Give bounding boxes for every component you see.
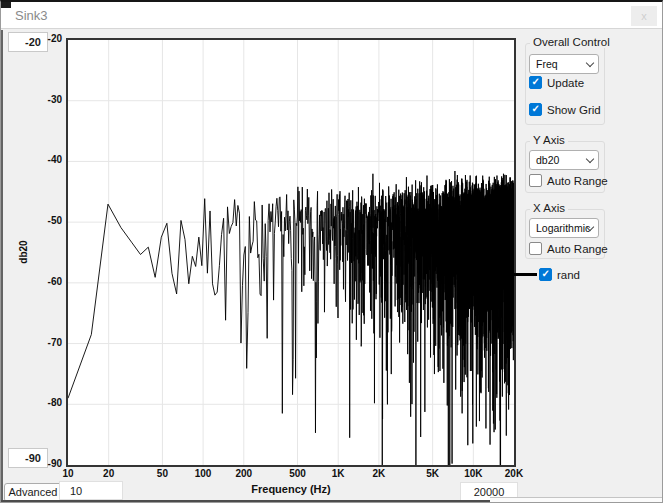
y-auto-range-checkbox[interactable] [529, 174, 542, 187]
x-tick-label: 200 [219, 468, 269, 479]
x-axis-group-label: X Axis [530, 202, 568, 214]
x-tick-label: 2K [354, 468, 404, 479]
y-axis-dropdown[interactable]: db20 [529, 150, 599, 170]
overall-control-group-label: Overall Control [530, 36, 613, 48]
background-window-edge-light [490, 497, 663, 503]
close-button[interactable]: x [631, 6, 657, 26]
update-checkbox-label: Update [547, 77, 584, 89]
y-axis-group-label: Y Axis [530, 134, 568, 146]
plot-area[interactable] [66, 38, 516, 467]
x-axis-dropdown-value: Logarithmic [536, 222, 590, 234]
chevron-down-icon [586, 59, 594, 67]
background-window-corner [1, 2, 11, 8]
show-grid-checkbox-label: Show Grid [547, 104, 601, 116]
show-grid-checkbox[interactable] [529, 103, 542, 116]
x-min-input[interactable] [59, 481, 123, 500]
x-axis-title: Frequency (Hz) [191, 483, 391, 495]
y-tick-label: -40 [1, 154, 62, 165]
spectrum-trace [68, 171, 514, 465]
y-tick-label: -30 [1, 94, 62, 105]
y-tick-label: -50 [1, 215, 62, 226]
x-axis-dropdown[interactable]: Logarithmic [529, 218, 599, 238]
sink3-window: Sink3 x Advanced db20 -20-30-40-50-60-70… [0, 0, 663, 503]
rand-series-label: rand [557, 269, 580, 281]
update-checkbox[interactable] [529, 76, 542, 89]
y-tick-label: -60 [1, 276, 62, 287]
overall-control-dropdown-value: Freq [536, 58, 558, 70]
title-bar[interactable]: Sink3 x [1, 2, 662, 29]
y-tick-label: -80 [1, 397, 62, 408]
y-axis-title: db20 [18, 240, 29, 263]
window-title: Sink3 [15, 8, 48, 23]
legend-line-swatch [513, 273, 537, 276]
y-axis-dropdown-value: db20 [536, 154, 559, 166]
close-icon: x [641, 10, 647, 22]
x-tick-label: 20K [489, 468, 539, 479]
chevron-down-icon [586, 155, 594, 163]
overall-control-dropdown[interactable]: Freq [529, 54, 599, 74]
y-tick-label: -20 [1, 33, 62, 44]
y-tick-label: -70 [1, 337, 62, 348]
rand-series-checkbox[interactable] [539, 268, 552, 281]
x-tick-label: 20 [84, 468, 134, 479]
spectrum-plot [68, 40, 514, 465]
y-auto-range-label: Auto Range [547, 175, 608, 187]
x-auto-range-checkbox[interactable] [529, 242, 542, 255]
x-auto-range-label: Auto Range [547, 243, 608, 255]
